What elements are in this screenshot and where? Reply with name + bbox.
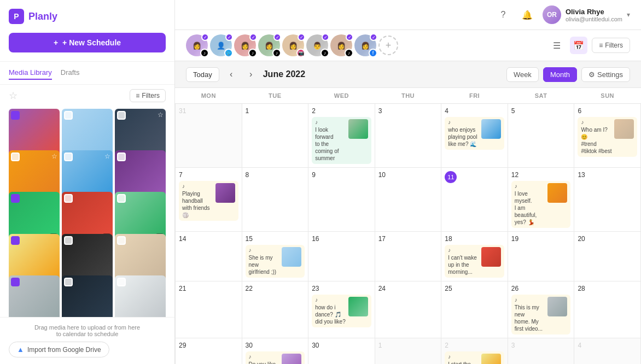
filter-button[interactable]: ≡ Filters (130, 89, 166, 102)
calendar-day[interactable]: 7 ♪ Playinghandball with friends 🏐 (176, 168, 242, 232)
calendar-day[interactable]: 16 (308, 232, 375, 281)
day-number: 4 (445, 107, 504, 115)
media-checkbox[interactable] (11, 236, 20, 245)
calendar-day[interactable]: 1 (375, 338, 441, 365)
media-checkbox[interactable] (11, 278, 20, 286)
month-view-button[interactable]: Month (543, 67, 577, 82)
calendar-event[interactable]: ♪ I start the dayevery morning with... (445, 351, 504, 364)
filters-button[interactable]: ≡ Filters (592, 38, 630, 53)
calendar-day[interactable]: 2 ♪ I look forwardto the coming of summe… (308, 104, 375, 168)
calendar-day[interactable]: 4 ♪ who enjoysplaying pool like me? 🌊 (441, 104, 508, 168)
today-button[interactable]: Today (186, 67, 219, 82)
calendar-event[interactable]: ♪ Who am I? 😊#trend #tiktok #best (578, 117, 637, 157)
media-checkbox[interactable] (117, 152, 126, 161)
calendar-day[interactable]: 12 ♪ I love myself.I am beautiful, yes? … (508, 168, 574, 232)
account-avatar-1[interactable]: 👩 ✓ ♪ (186, 34, 208, 56)
account-avatar-6[interactable]: 👨 ✓ ♪ (306, 34, 328, 56)
account-avatar-5[interactable]: 👩 ✓ 📷 (282, 34, 304, 56)
calendar-day[interactable]: 26 ♪ This is my newhome. My first video.… (508, 281, 574, 338)
media-checkbox[interactable] (117, 278, 126, 286)
calendar-day[interactable]: 22 (242, 281, 308, 338)
calendar-day[interactable]: 8 (242, 168, 308, 232)
sidebar-toolbar: ☆ ≡ Filters (0, 85, 174, 107)
media-checkbox[interactable] (11, 111, 20, 120)
calendar-day[interactable]: 23 ♪ how do idance? 🎵 did you like? (308, 281, 375, 338)
calendar-day[interactable]: 28 (574, 281, 641, 338)
calendar-table: MON TUE WED THU FRI SAT SUN 31 1 2 (175, 88, 641, 364)
media-checkbox[interactable] (64, 194, 73, 203)
import-google-drive-button[interactable]: ▲ Import from Google Drive (9, 342, 109, 357)
calendar-day[interactable]: 13 (574, 168, 641, 232)
calendar-day[interactable]: 30 (308, 338, 375, 365)
media-checkbox[interactable] (117, 236, 126, 245)
calendar-day[interactable]: 21 (176, 281, 242, 338)
settings-button[interactable]: ⚙ Settings (581, 67, 630, 82)
media-checkbox[interactable] (64, 278, 73, 286)
calendar-day[interactable]: 9 (308, 168, 375, 232)
calendar-day[interactable]: 25 (441, 281, 508, 338)
new-schedule-button[interactable]: + + New Schedule (9, 33, 166, 52)
calendar-day[interactable]: 6 ♪ Who am I? 😊#trend #tiktok #best (574, 104, 641, 168)
calendar-nav-right: Week Month ⚙ Settings (506, 67, 630, 82)
calendar-day[interactable]: 15 ♪ She is mynew girlfriend ;)) (242, 232, 308, 281)
calendar-day[interactable]: 17 (375, 232, 441, 281)
day-header-thu: THU (375, 88, 441, 104)
media-checkbox[interactable] (117, 194, 126, 203)
media-item[interactable] (62, 275, 113, 317)
account-avatar-4[interactable]: 👩 ✓ ♪ (258, 34, 280, 56)
calendar-event[interactable]: ♪ I love myself.I am beautiful, yes? 💃 (511, 181, 571, 228)
account-avatar-2[interactable]: 👤 ✓ 🐦 (210, 34, 232, 56)
day-header-fri: FRI (441, 88, 508, 104)
calendar-day[interactable]: 29 (176, 338, 242, 365)
list-view-button[interactable]: ☰ (548, 37, 566, 54)
calendar-day[interactable]: 19 (508, 232, 574, 281)
user-menu[interactable]: OR Olivia Rhye olivia@untitledui.com ▾ (543, 5, 630, 24)
calendar-view-button[interactable]: 📅 (570, 37, 587, 54)
media-item[interactable] (9, 275, 60, 317)
calendar-event[interactable]: ♪ who enjoysplaying pool like me? 🌊 (445, 117, 504, 150)
calendar-day[interactable]: 24 (375, 281, 441, 338)
help-button[interactable]: ? (494, 6, 512, 24)
next-month-button[interactable]: › (243, 67, 259, 82)
calendar-event[interactable]: ♪ Playinghandball with friends 🏐 (179, 181, 238, 221)
account-avatar-7[interactable]: 👩 ✓ ♪ (330, 34, 352, 56)
calendar-day[interactable]: 18 ♪ I can't wakeup in the morning... (441, 232, 508, 281)
media-checkbox[interactable] (11, 152, 20, 161)
calendar-day[interactable]: 10 (375, 168, 441, 232)
account-avatar-8[interactable]: 👩 ✓ f (354, 34, 376, 56)
star-icon[interactable]: ☆ (9, 90, 18, 102)
tab-media-library[interactable]: Media Library (9, 66, 52, 80)
calendar-day[interactable]: 11 (441, 168, 508, 232)
calendar-day[interactable]: 14 (176, 232, 242, 281)
calendar-day[interactable]: 3 (508, 338, 574, 365)
calendar-day[interactable]: 2 ♪ I start the dayevery morning with... (441, 338, 508, 365)
sidebar: P Planly + + New Schedule Media Library … (0, 0, 175, 364)
media-item[interactable] (115, 275, 166, 317)
media-checkbox[interactable] (64, 111, 73, 120)
calendar-event[interactable]: ♪ She is mynew girlfriend ;)) (246, 245, 305, 278)
calendar-event[interactable]: ♪ I can't wakeup in the morning... (445, 245, 504, 278)
calendar-day[interactable]: 5 (508, 104, 574, 168)
calendar-day[interactable]: 3 (375, 104, 441, 168)
calendar-event[interactable]: ♪ how do idance? 🎵 did you like? (312, 295, 371, 327)
media-checkbox[interactable] (11, 194, 20, 203)
add-account-button[interactable]: + (378, 36, 398, 55)
prev-month-button[interactable]: ‹ (224, 67, 239, 82)
media-checkbox[interactable] (64, 152, 73, 161)
calendar-event[interactable]: ♪ I look forwardto the coming of summer (312, 117, 371, 164)
calendar-event[interactable]: ♪ Do you likemy Tik-tok videos? (246, 351, 305, 364)
notifications-button[interactable]: 🔔 (518, 6, 536, 24)
calendar-week-1: 31 1 2 ♪ I look forwardto the coming of … (176, 104, 641, 168)
calendar-day[interactable]: 4 (574, 338, 641, 365)
calendar-day[interactable]: 20 (574, 232, 641, 281)
calendar-day[interactable]: 31 (176, 104, 242, 168)
tab-drafts[interactable]: Drafts (61, 66, 80, 80)
calendar-event[interactable]: ♪ This is my newhome. My first video... (511, 295, 571, 334)
calendar-day[interactable]: 30 ♪ Do you likemy Tik-tok videos? (242, 338, 308, 365)
calendar-day[interactable]: 1 (242, 104, 308, 168)
account-avatar-3[interactable]: 👩 ✓ ♪ (234, 34, 256, 56)
account-check-icon: ✓ (201, 33, 209, 41)
media-checkbox[interactable] (64, 236, 73, 245)
media-checkbox[interactable] (117, 111, 126, 120)
week-view-button[interactable]: Week (506, 67, 539, 82)
